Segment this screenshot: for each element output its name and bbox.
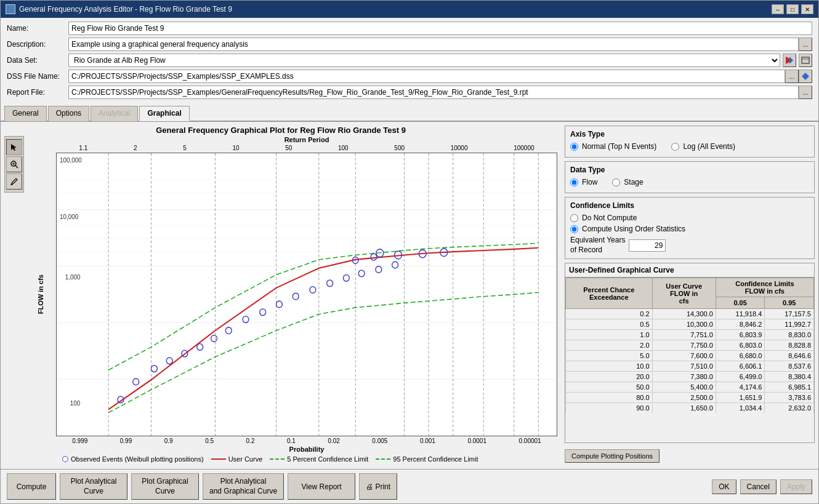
dss-label: DSS File Name: — [7, 72, 68, 81]
report-row: Report File: ... — [7, 86, 812, 99]
zoom-tool-button[interactable] — [6, 156, 22, 172]
name-input[interactable] — [68, 22, 812, 35]
right-panel: Axis Type Normal (Top N Events) Log (All… — [561, 122, 818, 469]
tab-general[interactable]: General — [4, 106, 47, 121]
legend-observed: Observed Events (Weibull plotting positi… — [62, 455, 204, 463]
dss-browse-button[interactable]: ... — [785, 70, 799, 83]
confidence-opt2-label: Compute Using Order Statistics — [582, 225, 685, 233]
legend-95pct: 95 Percent Confidence Limit — [376, 455, 478, 463]
stage-label: Stage — [624, 178, 643, 186]
table-title: User-Defined Graphical Curve — [565, 263, 814, 278]
minimize-button[interactable]: – — [772, 4, 784, 14]
chart-area: General Frequency Graphical Plot for Reg… — [1, 122, 561, 469]
print-button[interactable]: 🖨 Print — [359, 473, 397, 500]
table-row: 10.07,510.06,606.18,537.6 — [566, 361, 814, 372]
svg-text:10,000: 10,000 — [60, 213, 79, 220]
eq-years-input[interactable] — [629, 239, 666, 252]
tab-options[interactable]: Options — [48, 106, 89, 121]
report-browse-button[interactable]: ... — [799, 86, 812, 99]
dataset-row: Data Set: Rio Grande at Alb Reg Flow — [7, 54, 812, 67]
maximize-button[interactable]: □ — [786, 4, 799, 14]
dss-field: ... — [68, 70, 812, 83]
title-bar-controls: – □ ✕ — [772, 4, 813, 14]
legend-observed-label: Observed Events (Weibull plotting positi… — [71, 455, 204, 463]
table-row: 80.02,500.01,651.93,783.6 — [566, 393, 814, 403]
main-window: General Frequency Analysis Editor - Reg … — [0, 0, 819, 504]
dss-input[interactable] — [68, 70, 785, 83]
confidence-radio1[interactable] — [570, 214, 578, 222]
legend-95pct-icon — [376, 458, 390, 460]
table-row: 5.07,600.06,680.08,646.6 — [566, 351, 814, 361]
legend-5pct: 5 Percent Confidence Limit — [270, 455, 368, 463]
apply-button[interactable]: Apply — [780, 479, 812, 494]
view-report-button[interactable]: View Report — [288, 473, 355, 500]
svg-text:100: 100 — [70, 400, 81, 407]
chart-svg: 100,000 10,000 1,000 100 — [57, 153, 557, 436]
ok-button[interactable]: OK — [712, 479, 736, 494]
cancel-button[interactable]: Cancel — [740, 479, 777, 494]
x-axis-bottom-label: Probability — [25, 446, 557, 453]
confidence-section: Confidence Limits Do Not Compute Compute… — [565, 197, 815, 259]
axis-normal-radio[interactable] — [570, 143, 578, 151]
chart-toolbar — [4, 136, 24, 193]
tab-analytical: Analytical — [91, 106, 138, 121]
table-row: 20.07,380.06,499.08,380.4 — [566, 372, 814, 382]
svg-point-42 — [243, 316, 249, 323]
flow-radio[interactable] — [570, 178, 578, 186]
col-095-header: 0.95 — [765, 297, 814, 309]
axis-log-radio[interactable] — [671, 143, 679, 151]
report-label: Report File: — [7, 88, 68, 97]
window-title: General Frequency Analysis Editor - Reg … — [19, 5, 232, 14]
flow-option: Flow — [570, 178, 597, 186]
svg-point-45 — [292, 293, 299, 300]
legend-user-curve-icon — [211, 458, 226, 460]
description-input[interactable] — [68, 38, 799, 51]
plot-analytical-button[interactable]: Plot AnalyticalCurve — [60, 473, 127, 500]
svg-point-35 — [133, 378, 139, 385]
confidence-radio2[interactable] — [570, 225, 578, 233]
dss-row: DSS File Name: ... — [7, 70, 812, 83]
app-icon — [6, 4, 15, 14]
compute-plotting-button[interactable]: Compute Plotting Positions — [565, 449, 660, 463]
select-tool-button[interactable] — [6, 139, 22, 155]
col-user-header: User CurveFLOW incfs — [652, 278, 716, 309]
eq-years-label: Equivalent Years of Record — [570, 236, 625, 255]
svg-point-48 — [343, 274, 349, 281]
table-row: 0.510,300.08,846.211,992.7 — [566, 319, 814, 330]
dataset-icon-btn2[interactable] — [799, 54, 812, 67]
tabs-bar: General Options Analytical Graphical — [1, 105, 818, 122]
svg-point-44 — [276, 301, 282, 308]
dss-icon-btn[interactable] — [799, 70, 812, 83]
close-button[interactable]: ✕ — [801, 4, 813, 14]
confidence-opt2: Compute Using Order Statistics — [570, 225, 809, 233]
edit-tool-button[interactable] — [6, 174, 22, 190]
legend-observed-icon — [62, 456, 68, 462]
compute-button[interactable]: Compute — [7, 473, 56, 500]
stage-radio[interactable] — [612, 178, 620, 186]
svg-line-7 — [15, 166, 18, 168]
svg-marker-10 — [11, 178, 17, 185]
confidence-opt1-label: Do Not Compute — [582, 214, 637, 222]
svg-text:100,000: 100,000 — [60, 157, 82, 164]
y-axis-label-container: FLOW in cfs — [25, 153, 56, 436]
svg-text:1,000: 1,000 — [65, 274, 81, 281]
report-input[interactable] — [68, 86, 799, 99]
svg-point-36 — [151, 366, 157, 372]
col-005-header: 0.05 — [716, 297, 765, 309]
svg-marker-1 — [789, 57, 793, 64]
data-type-section: Data Type Flow Stage — [565, 161, 815, 193]
table-scroll[interactable]: Percent ChanceExceedance User CurveFLOW … — [565, 278, 814, 413]
tab-graphical[interactable]: Graphical — [139, 106, 189, 121]
plot-both-button[interactable]: Plot Analyticaland Graphical Curve — [203, 473, 284, 500]
svg-rect-2 — [802, 57, 809, 63]
dataset-icon-btn1[interactable] — [783, 54, 796, 67]
dataset-label: Data Set: — [7, 56, 68, 65]
eq-years-row: Equivalent Years of Record — [570, 236, 809, 255]
dataset-select[interactable]: Rio Grande at Alb Reg Flow — [68, 54, 780, 67]
description-browse-button[interactable]: ... — [799, 38, 812, 51]
table-row: 0.214,300.011,918.417,157.5 — [566, 309, 814, 319]
col-conf-header: Confidence LimitsFLOW in cfs — [716, 278, 813, 297]
svg-point-41 — [225, 327, 232, 334]
data-type-options: Flow Stage — [570, 178, 809, 189]
plot-graphical-button[interactable]: Plot GraphicalCurve — [131, 473, 199, 500]
